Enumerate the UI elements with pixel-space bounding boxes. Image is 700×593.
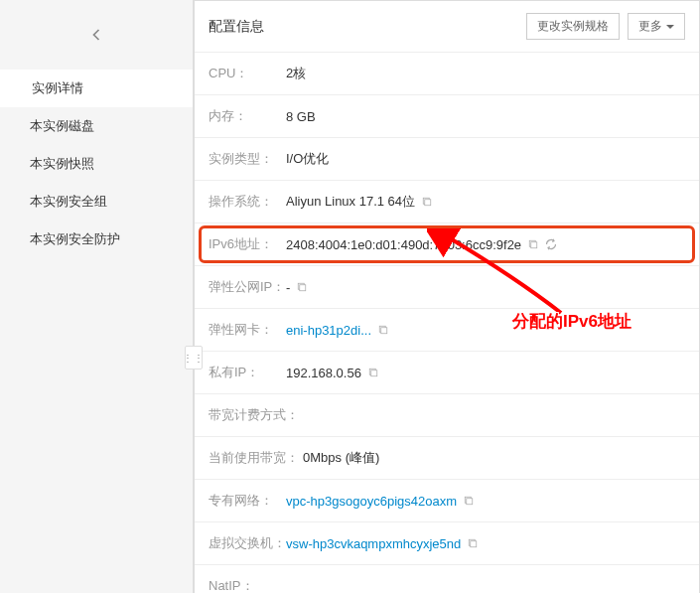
- value-cpu: 2核: [286, 65, 306, 82]
- label-vswitch: 虚拟交换机：: [209, 534, 286, 552]
- label-ipv6: IPv6地址：: [209, 235, 286, 253]
- nav-item-label: 本实例磁盘: [30, 118, 94, 133]
- sidebar-drag-handle[interactable]: ⋮⋮: [185, 346, 203, 370]
- back-button[interactable]: [0, 10, 193, 60]
- copy-eni-icon[interactable]: [377, 324, 389, 336]
- label-eip: 弹性公网IP：: [209, 278, 286, 296]
- chevron-down-icon: [666, 25, 674, 29]
- label-bandwidth-billing: 带宽计费方式：: [209, 406, 299, 424]
- row-os: 操作系统： Aliyun Linux 17.1 64位: [195, 181, 699, 223]
- value-vswitch[interactable]: vsw-hp3cvkaqmpxmhcyxje5nd: [286, 536, 461, 551]
- row-cpu: CPU： 2核: [195, 53, 699, 95]
- header-actions: 更改实例规格 更多: [526, 13, 685, 40]
- nav-item-label: 本实例安全组: [30, 194, 107, 209]
- row-ipv6-highlighted: IPv6地址： 2408:4004:1e0:d01:490d:7903:6cc9…: [195, 223, 699, 266]
- label-instance-type: 实例类型：: [209, 150, 286, 168]
- row-natip: NatIP：: [195, 565, 699, 593]
- nav-item-instance-snapshots[interactable]: 本实例快照: [0, 145, 193, 183]
- row-eni: 弹性网卡： eni-hp31p2di...: [195, 309, 699, 352]
- nav-item-instance-secgroup[interactable]: 本实例安全组: [0, 183, 193, 221]
- change-spec-label: 更改实例规格: [537, 18, 609, 35]
- svg-rect-11: [467, 499, 473, 505]
- copy-ipv6-icon[interactable]: [527, 238, 539, 250]
- chevron-left-icon: [86, 25, 106, 45]
- label-memory: 内存：: [209, 107, 286, 125]
- value-os: Aliyun Linux 17.1 64位: [286, 193, 415, 211]
- svg-rect-1: [425, 200, 431, 206]
- row-memory: 内存： 8 GB: [195, 95, 699, 138]
- label-natip: NatIP：: [209, 577, 286, 593]
- copy-private-ip-icon[interactable]: [367, 367, 379, 378]
- value-memory: 8 GB: [286, 109, 316, 124]
- label-private-ip: 私有IP：: [209, 364, 286, 381]
- row-current-bandwidth: 当前使用带宽： 0Mbps (峰值): [195, 437, 699, 480]
- copy-eip-icon[interactable]: [296, 281, 308, 293]
- svg-rect-13: [471, 541, 477, 547]
- value-current-bandwidth: 0Mbps (峰值): [303, 449, 379, 467]
- main-content: 配置信息 更改实例规格 更多 CPU： 2核 内存： 8 GB: [194, 0, 700, 593]
- label-cpu: CPU：: [209, 65, 286, 82]
- row-eip: 弹性公网IP： -: [195, 266, 699, 309]
- value-eip: -: [286, 280, 290, 295]
- panel-header: 配置信息 更改实例规格 更多: [195, 1, 699, 53]
- nav-item-instance-protection[interactable]: 本实例安全防护: [0, 221, 193, 258]
- nav-item-label: 实例详情: [32, 80, 83, 95]
- change-spec-button[interactable]: 更改实例规格: [526, 13, 620, 40]
- copy-os-icon[interactable]: [421, 196, 433, 208]
- config-info-panel: 配置信息 更改实例规格 更多 CPU： 2核 内存： 8 GB: [194, 0, 700, 593]
- row-vpc: 专有网络： vpc-hp3gsogoyc6pigs42oaxm: [195, 480, 699, 522]
- nav-item-instance-detail[interactable]: 实例详情: [0, 70, 193, 107]
- row-private-ip: 私有IP： 192.168.0.56: [195, 352, 699, 394]
- row-instance-type: 实例类型： I/O优化: [195, 138, 699, 181]
- label-vpc: 专有网络：: [209, 492, 286, 510]
- label-current-bandwidth: 当前使用带宽：: [209, 449, 303, 467]
- label-os: 操作系统：: [209, 193, 286, 211]
- value-ipv6: 2408:4004:1e0:d01:490d:7903:6cc9:9f2e: [286, 237, 521, 252]
- row-bandwidth-billing: 带宽计费方式：: [195, 394, 699, 437]
- more-label: 更多: [638, 18, 662, 35]
- nav-item-label: 本实例快照: [30, 156, 94, 171]
- svg-rect-5: [300, 285, 306, 291]
- value-eni[interactable]: eni-hp31p2di...: [286, 323, 371, 338]
- svg-rect-3: [531, 242, 537, 248]
- nav-item-instance-disks[interactable]: 本实例磁盘: [0, 107, 193, 145]
- label-eni: 弹性网卡：: [209, 321, 286, 339]
- more-button[interactable]: 更多: [628, 13, 685, 40]
- row-vswitch: 虚拟交换机： vsw-hp3cvkaqmpxmhcyxje5nd: [195, 522, 699, 565]
- value-vpc[interactable]: vpc-hp3gsogoyc6pigs42oaxm: [286, 494, 457, 509]
- panel-title: 配置信息: [209, 18, 264, 36]
- svg-rect-7: [381, 328, 387, 334]
- nav-list: 实例详情 本实例磁盘 本实例快照 本实例安全组 本实例安全防护: [0, 70, 193, 258]
- nav-item-label: 本实例安全防护: [30, 231, 120, 246]
- value-instance-type: I/O优化: [286, 150, 329, 168]
- sidebar: 实例详情 本实例磁盘 本实例快照 本实例安全组 本实例安全防护: [0, 0, 194, 593]
- svg-rect-9: [371, 371, 377, 376]
- copy-vpc-icon[interactable]: [463, 495, 475, 507]
- value-private-ip: 192.168.0.56: [286, 366, 361, 380]
- copy-vswitch-icon[interactable]: [467, 537, 479, 549]
- refresh-ipv6-icon[interactable]: [545, 238, 557, 250]
